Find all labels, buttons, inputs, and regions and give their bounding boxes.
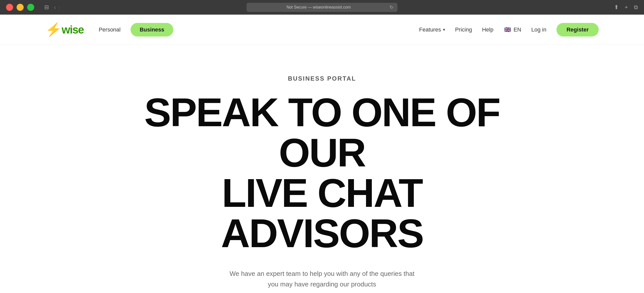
hero-title: SPEAK TO ONE OF OUR LIVE CHAT ADVISORS — [121, 92, 523, 253]
nav-pricing[interactable]: Pricing — [455, 26, 472, 33]
share-icon[interactable]: ⬆ — [614, 4, 619, 11]
sidebar-toggle-icon[interactable]: ⊟ — [44, 4, 49, 11]
window-controls-right: ⬆ + ⧉ — [614, 4, 638, 11]
reload-button[interactable]: ↻ — [390, 5, 393, 10]
traffic-lights — [6, 4, 34, 11]
nav-personal[interactable]: Personal — [99, 26, 120, 33]
window-controls-left: ⊟ ‹ › — [6, 3, 61, 11]
nav-business-button[interactable]: Business — [131, 23, 173, 37]
nav-left: Personal Business — [99, 23, 173, 37]
logo-area: ⚡wise — [45, 22, 84, 37]
hero-subtitle: BUSINESS PORTAL — [288, 75, 356, 82]
navbar: ⚡wise Personal Business Features ▾ Prici… — [0, 15, 644, 45]
features-dropdown-icon: ▾ — [443, 27, 445, 32]
forward-button[interactable]: › — [58, 3, 60, 11]
logo[interactable]: ⚡wise — [45, 22, 84, 37]
back-button[interactable]: ‹ — [54, 3, 56, 11]
flag-icon: 🇬🇧 — [503, 26, 511, 34]
address-text: Not Secure — wiseonlineassist.com — [251, 5, 387, 10]
address-bar[interactable]: Not Secure — wiseonlineassist.com ↻ — [247, 3, 397, 12]
nav-register-button[interactable]: Register — [556, 23, 599, 37]
hero-title-line2: LIVE CHAT ADVISORS — [221, 170, 423, 256]
address-bar-container: Not Secure — wiseonlineassist.com ↻ — [247, 3, 397, 12]
hero-title-line1: SPEAK TO ONE OF OUR — [144, 90, 500, 175]
minimize-button[interactable] — [17, 4, 24, 11]
hero-description: We have an expert team to help you with … — [226, 269, 418, 289]
window-chrome: ⊟ ‹ › Not Secure — wiseonlineassist.com … — [0, 0, 644, 15]
nav-arrows: ‹ › — [54, 3, 61, 11]
nav-language[interactable]: 🇬🇧 EN — [503, 26, 521, 34]
maximize-button[interactable] — [27, 4, 34, 11]
nav-login[interactable]: Log in — [531, 26, 546, 33]
close-button[interactable] — [6, 4, 13, 11]
nav-features[interactable]: Features ▾ — [419, 26, 445, 33]
new-tab-icon[interactable]: + — [625, 4, 628, 11]
language-label: EN — [513, 26, 521, 33]
hero-section: BUSINESS PORTAL SPEAK TO ONE OF OUR LIVE… — [0, 45, 644, 293]
nav-right: Features ▾ Pricing Help 🇬🇧 EN Log in Reg… — [419, 23, 599, 37]
nav-help[interactable]: Help — [482, 26, 493, 33]
browser-content: ⚡wise Personal Business Features ▾ Prici… — [0, 15, 644, 293]
features-label: Features — [419, 26, 441, 33]
fullscreen-icon[interactable]: ⧉ — [634, 4, 638, 11]
